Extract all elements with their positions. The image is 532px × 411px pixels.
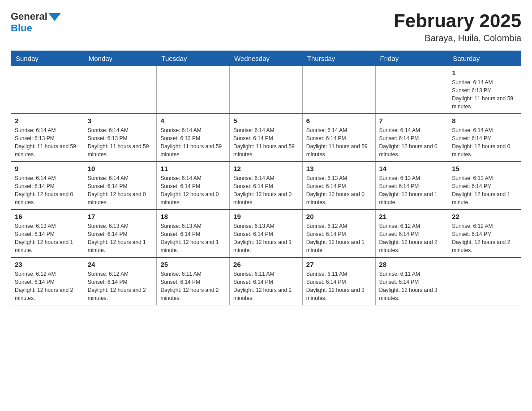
logo-general: General bbox=[11, 11, 47, 22]
calendar-table: SundayMondayTuesdayWednesdayThursdayFrid… bbox=[11, 51, 521, 305]
day-of-week-header: Friday bbox=[375, 51, 448, 66]
day-number: 23 bbox=[15, 261, 80, 268]
title-section: February 2025 Baraya, Huila, Colombia bbox=[394, 11, 521, 43]
calendar-week-row: 1Sunrise: 6:14 AM Sunset: 6:13 PM Daylig… bbox=[11, 66, 521, 114]
day-number: 8 bbox=[452, 117, 517, 124]
day-info: Sunrise: 6:14 AM Sunset: 6:13 PM Dayligh… bbox=[160, 126, 226, 158]
day-number: 28 bbox=[379, 261, 445, 268]
day-info: Sunrise: 6:12 AM Sunset: 6:14 PM Dayligh… bbox=[15, 270, 80, 302]
day-info: Sunrise: 6:14 AM Sunset: 6:13 PM Dayligh… bbox=[452, 78, 517, 111]
day-number: 22 bbox=[452, 213, 517, 220]
day-number: 1 bbox=[452, 69, 517, 77]
day-info: Sunrise: 6:13 AM Sunset: 6:14 PM Dayligh… bbox=[233, 222, 299, 254]
day-info: Sunrise: 6:12 AM Sunset: 6:14 PM Dayligh… bbox=[306, 222, 372, 254]
day-number: 6 bbox=[306, 117, 372, 124]
calendar-cell: 19Sunrise: 6:13 AM Sunset: 6:14 PM Dayli… bbox=[230, 210, 303, 257]
day-info: Sunrise: 6:14 AM Sunset: 6:14 PM Dayligh… bbox=[15, 174, 80, 206]
day-of-week-header: Monday bbox=[84, 51, 157, 66]
calendar-cell: 28Sunrise: 6:11 AM Sunset: 6:14 PM Dayli… bbox=[375, 257, 448, 305]
day-of-week-header: Sunday bbox=[11, 51, 84, 66]
location-title: Baraya, Huila, Colombia bbox=[394, 33, 521, 43]
calendar-cell: 15Sunrise: 6:13 AM Sunset: 6:14 PM Dayli… bbox=[448, 162, 521, 210]
logo-blue: Blue bbox=[11, 22, 61, 34]
month-title: February 2025 bbox=[394, 11, 521, 31]
calendar-cell: 20Sunrise: 6:12 AM Sunset: 6:14 PM Dayli… bbox=[302, 210, 375, 257]
day-number: 11 bbox=[160, 165, 226, 172]
day-number: 10 bbox=[88, 165, 153, 172]
day-info: Sunrise: 6:14 AM Sunset: 6:14 PM Dayligh… bbox=[88, 174, 153, 206]
calendar-cell: 9Sunrise: 6:14 AM Sunset: 6:14 PM Daylig… bbox=[11, 162, 84, 210]
day-info: Sunrise: 6:13 AM Sunset: 6:14 PM Dayligh… bbox=[15, 222, 80, 254]
calendar-cell: 22Sunrise: 6:12 AM Sunset: 6:14 PM Dayli… bbox=[448, 210, 521, 257]
calendar-cell bbox=[84, 66, 157, 114]
day-info: Sunrise: 6:11 AM Sunset: 6:14 PM Dayligh… bbox=[379, 270, 445, 302]
day-info: Sunrise: 6:14 AM Sunset: 6:14 PM Dayligh… bbox=[233, 126, 299, 158]
day-number: 24 bbox=[88, 261, 153, 268]
calendar-header-row: SundayMondayTuesdayWednesdayThursdayFrid… bbox=[11, 51, 521, 66]
day-number: 21 bbox=[379, 213, 445, 220]
day-info: Sunrise: 6:13 AM Sunset: 6:14 PM Dayligh… bbox=[160, 222, 226, 254]
day-of-week-header: Tuesday bbox=[157, 51, 230, 66]
day-info: Sunrise: 6:14 AM Sunset: 6:14 PM Dayligh… bbox=[233, 174, 299, 206]
page-header: General Blue February 2025 Baraya, Huila… bbox=[11, 11, 521, 43]
calendar-cell bbox=[157, 66, 230, 114]
calendar-cell: 21Sunrise: 6:12 AM Sunset: 6:14 PM Dayli… bbox=[375, 210, 448, 257]
calendar-week-row: 9Sunrise: 6:14 AM Sunset: 6:14 PM Daylig… bbox=[11, 162, 521, 210]
day-number: 18 bbox=[160, 213, 226, 220]
calendar-cell bbox=[302, 66, 375, 114]
calendar-cell: 1Sunrise: 6:14 AM Sunset: 6:13 PM Daylig… bbox=[448, 66, 521, 114]
day-number: 27 bbox=[306, 261, 372, 268]
day-info: Sunrise: 6:14 AM Sunset: 6:14 PM Dayligh… bbox=[306, 126, 372, 158]
day-info: Sunrise: 6:11 AM Sunset: 6:14 PM Dayligh… bbox=[233, 270, 299, 302]
calendar-cell: 5Sunrise: 6:14 AM Sunset: 6:14 PM Daylig… bbox=[230, 114, 303, 162]
day-number: 13 bbox=[306, 165, 372, 172]
calendar-cell: 23Sunrise: 6:12 AM Sunset: 6:14 PM Dayli… bbox=[11, 257, 84, 305]
day-info: Sunrise: 6:14 AM Sunset: 6:13 PM Dayligh… bbox=[15, 126, 80, 158]
calendar-cell: 10Sunrise: 6:14 AM Sunset: 6:14 PM Dayli… bbox=[84, 162, 157, 210]
calendar-cell: 18Sunrise: 6:13 AM Sunset: 6:14 PM Dayli… bbox=[157, 210, 230, 257]
calendar-cell: 12Sunrise: 6:14 AM Sunset: 6:14 PM Dayli… bbox=[230, 162, 303, 210]
day-info: Sunrise: 6:13 AM Sunset: 6:14 PM Dayligh… bbox=[452, 174, 517, 206]
calendar-cell bbox=[230, 66, 303, 114]
day-number: 16 bbox=[15, 213, 80, 220]
day-number: 3 bbox=[88, 117, 153, 124]
day-number: 15 bbox=[452, 165, 517, 172]
day-info: Sunrise: 6:11 AM Sunset: 6:14 PM Dayligh… bbox=[160, 270, 226, 302]
calendar-cell: 16Sunrise: 6:13 AM Sunset: 6:14 PM Dayli… bbox=[11, 210, 84, 257]
calendar-cell: 27Sunrise: 6:11 AM Sunset: 6:14 PM Dayli… bbox=[302, 257, 375, 305]
day-info: Sunrise: 6:13 AM Sunset: 6:14 PM Dayligh… bbox=[306, 174, 372, 206]
day-of-week-header: Wednesday bbox=[230, 51, 303, 66]
calendar-cell: 8Sunrise: 6:14 AM Sunset: 6:14 PM Daylig… bbox=[448, 114, 521, 162]
calendar-cell: 6Sunrise: 6:14 AM Sunset: 6:14 PM Daylig… bbox=[302, 114, 375, 162]
calendar-cell: 3Sunrise: 6:14 AM Sunset: 6:13 PM Daylig… bbox=[84, 114, 157, 162]
day-number: 20 bbox=[306, 213, 372, 220]
day-number: 17 bbox=[88, 213, 153, 220]
calendar-week-row: 2Sunrise: 6:14 AM Sunset: 6:13 PM Daylig… bbox=[11, 114, 521, 162]
calendar-cell: 17Sunrise: 6:13 AM Sunset: 6:14 PM Dayli… bbox=[84, 210, 157, 257]
day-info: Sunrise: 6:13 AM Sunset: 6:14 PM Dayligh… bbox=[379, 174, 445, 206]
calendar-cell: 26Sunrise: 6:11 AM Sunset: 6:14 PM Dayli… bbox=[230, 257, 303, 305]
calendar-week-row: 16Sunrise: 6:13 AM Sunset: 6:14 PM Dayli… bbox=[11, 210, 521, 257]
day-of-week-header: Saturday bbox=[448, 51, 521, 66]
calendar-cell: 25Sunrise: 6:11 AM Sunset: 6:14 PM Dayli… bbox=[157, 257, 230, 305]
day-info: Sunrise: 6:11 AM Sunset: 6:14 PM Dayligh… bbox=[306, 270, 372, 302]
calendar-week-row: 23Sunrise: 6:12 AM Sunset: 6:14 PM Dayli… bbox=[11, 257, 521, 305]
calendar-cell: 13Sunrise: 6:13 AM Sunset: 6:14 PM Dayli… bbox=[302, 162, 375, 210]
day-info: Sunrise: 6:14 AM Sunset: 6:14 PM Dayligh… bbox=[160, 174, 226, 206]
day-info: Sunrise: 6:14 AM Sunset: 6:14 PM Dayligh… bbox=[379, 126, 445, 158]
day-number: 5 bbox=[233, 117, 299, 124]
calendar-cell: 7Sunrise: 6:14 AM Sunset: 6:14 PM Daylig… bbox=[375, 114, 448, 162]
day-number: 4 bbox=[160, 117, 226, 124]
calendar-cell bbox=[375, 66, 448, 114]
calendar-cell: 24Sunrise: 6:12 AM Sunset: 6:14 PM Dayli… bbox=[84, 257, 157, 305]
logo-triangle-icon bbox=[48, 13, 61, 21]
logo: General Blue bbox=[11, 11, 61, 34]
calendar-cell: 11Sunrise: 6:14 AM Sunset: 6:14 PM Dayli… bbox=[157, 162, 230, 210]
calendar-cell bbox=[448, 257, 521, 305]
day-number: 14 bbox=[379, 165, 445, 172]
calendar-cell: 4Sunrise: 6:14 AM Sunset: 6:13 PM Daylig… bbox=[157, 114, 230, 162]
day-info: Sunrise: 6:13 AM Sunset: 6:14 PM Dayligh… bbox=[88, 222, 153, 254]
day-number: 25 bbox=[160, 261, 226, 268]
calendar-cell bbox=[11, 66, 84, 114]
day-number: 7 bbox=[379, 117, 445, 124]
